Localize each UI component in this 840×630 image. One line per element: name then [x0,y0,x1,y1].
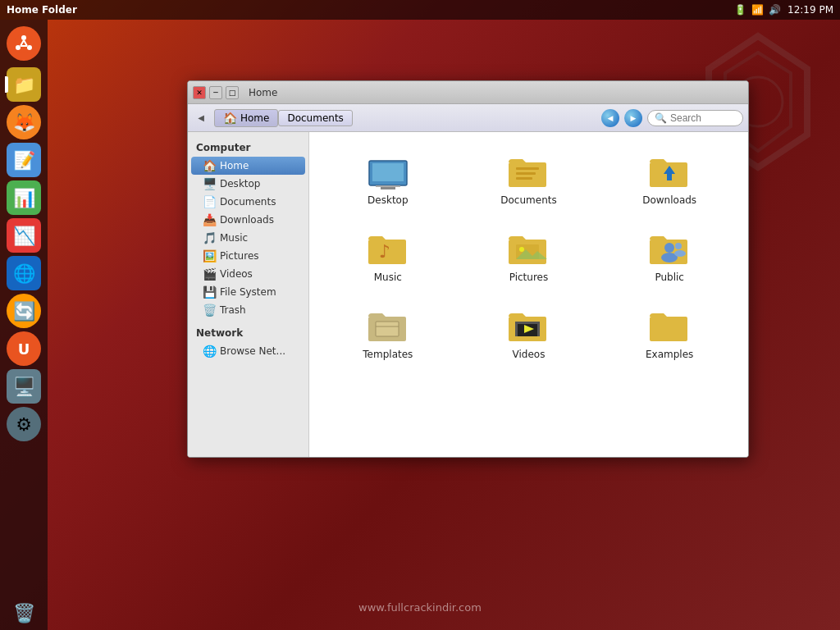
examples-label: Examples [646,349,693,360]
files-grid: Desktop Documents [309,132,748,457]
sidebar: Computer 🏠 Home 🖥️ Desktop 📄 Documents 📥… [188,132,309,457]
sidebar-section-network: Network [188,324,308,342]
svg-point-30 [674,250,686,257]
svg-rect-32 [376,322,399,336]
svg-text:♪: ♪ [379,241,390,262]
sidebar-item-home-label: Home [220,160,249,171]
desktop-label: Desktop [368,194,409,206]
music-folder-icon: ♪ [367,226,409,268]
file-item-documents[interactable]: Documents [460,142,598,212]
taskbar-icon-writer[interactable]: 📝 [7,143,41,177]
downloads-icon: 📥 [203,213,216,226]
pictures-label: Pictures [509,272,549,283]
templates-label: Templates [363,349,413,360]
breadcrumb-home[interactable]: 🏠 Home [214,109,278,127]
search-box[interactable]: 🔍 [647,110,743,126]
svg-rect-38 [515,322,518,336]
svg-rect-17 [516,177,532,180]
close-button[interactable]: ✕ [193,86,206,99]
taskbar-icon-firefox[interactable]: 🦊 [7,105,41,139]
music-label: Music [374,272,402,283]
back-arrow[interactable]: ◀ [193,110,209,126]
taskbar-icon-files[interactable]: 📁 [7,67,41,102]
sidebar-item-filesystem[interactable]: 💾 File System [191,283,305,301]
svg-rect-13 [376,185,400,187]
search-input[interactable] [670,112,736,124]
downloads-folder-icon [648,148,691,191]
taskbar-icon-calc[interactable]: 📊 [7,180,41,215]
sidebar-item-downloads-label: Downloads [220,214,274,226]
sidebar-item-trash-label: Trash [220,304,246,316]
taskbar-icon-settings[interactable]: ⚙️ [7,407,41,441]
sidebar-item-pictures[interactable]: 🖼️ Pictures [191,247,305,265]
network-browse-icon: 🌐 [203,345,216,358]
main-content: Computer 🏠 Home 🖥️ Desktop 📄 Documents 📥… [188,132,748,457]
sidebar-item-downloads[interactable]: 📥 Downloads [191,211,305,229]
file-item-pictures[interactable]: Pictures [460,219,598,290]
minimize-icon: ─ [213,89,217,97]
sidebar-item-home[interactable]: 🏠 Home [191,157,305,175]
window-title: Home Folder [7,4,77,16]
home-icon: 🏠 [203,159,216,172]
watermark: www.fullcrackindir.com [358,601,482,614]
public-folder-icon [648,226,691,268]
documents-label: Documents [500,194,556,206]
pictures-icon: 🖼️ [203,249,216,262]
examples-folder-icon [648,303,691,345]
sidebar-item-desktop[interactable]: 🖥️ Desktop [191,175,305,193]
music-icon: 🎵 [203,231,216,244]
file-item-templates[interactable]: Templates [319,296,457,367]
maximize-button[interactable]: □ [226,86,239,99]
file-item-examples[interactable]: Examples [600,296,738,367]
sidebar-item-trash[interactable]: 🗑️ Trash [191,301,305,319]
documents-icon: 📄 [203,195,216,208]
search-icon: 🔍 [655,112,667,124]
file-manager-window: ✕ ─ □ Home ◀ 🏠 Home Documents ◀ ▶ 🔍 [187,80,749,458]
taskbar-icon-browser[interactable]: 🌐 [7,256,41,290]
sidebar-item-music[interactable]: 🎵 Music [191,229,305,247]
videos-folder-icon [507,303,550,345]
forward-globe[interactable]: ▶ [624,109,642,127]
file-item-music[interactable]: ♪ Music [319,219,457,290]
taskbar-icon-ubuntu[interactable] [7,26,41,61]
file-item-videos[interactable]: Videos [460,296,598,367]
sidebar-item-videos-label: Videos [220,268,253,280]
svg-rect-39 [537,322,540,336]
taskbar-icon-impress[interactable]: 📉 [7,218,41,253]
documents-folder-icon [507,148,550,191]
videos-label: Videos [513,349,546,360]
system-tray: 🔋 📶 🔊 [734,4,781,16]
svg-rect-40 [650,317,687,341]
network-icon: 📶 [751,4,764,16]
svg-point-24 [519,247,524,252]
taskbar-icon-trash[interactable]: 🗑️ [7,596,41,630]
battery-icon: 🔋 [734,4,746,16]
taskbar-icon-ubuntuone[interactable]: U [7,331,41,366]
file-item-public[interactable]: Public [600,219,738,290]
back-globe[interactable]: ◀ [601,109,619,127]
breadcrumb-area: 🏠 Home Documents [214,109,596,127]
taskbar-icon-update[interactable]: 🔄 [7,294,41,328]
taskbar-icon-sysmon[interactable]: 🖥️ [7,369,41,404]
svg-point-2 [16,45,21,50]
svg-rect-16 [516,172,536,175]
videos-icon: 🎬 [203,267,216,281]
sidebar-item-music-label: Music [220,232,248,244]
sidebar-item-videos[interactable]: 🎬 Videos [191,265,305,283]
pictures-folder-icon [507,226,550,268]
svg-rect-37 [515,322,540,324]
minimize-button[interactable]: ─ [209,86,222,99]
clock: 12:19 PM [788,4,833,16]
svg-point-1 [21,35,26,40]
breadcrumb-documents[interactable]: Documents [278,110,352,126]
breadcrumb-documents-label: Documents [287,112,343,124]
file-item-downloads[interactable]: Downloads [600,142,738,212]
sidebar-item-filesystem-label: File System [220,286,276,298]
sidebar-item-documents[interactable]: 📄 Documents [191,193,305,211]
sidebar-item-network[interactable]: 🌐 Browse Net... [191,342,305,360]
trash-icon: 🗑️ [203,304,216,317]
sidebar-item-desktop-label: Desktop [220,178,261,189]
file-item-desktop[interactable]: Desktop [319,142,457,212]
window-title-bar: Home [249,87,277,98]
sidebar-item-documents-label: Documents [220,196,276,208]
